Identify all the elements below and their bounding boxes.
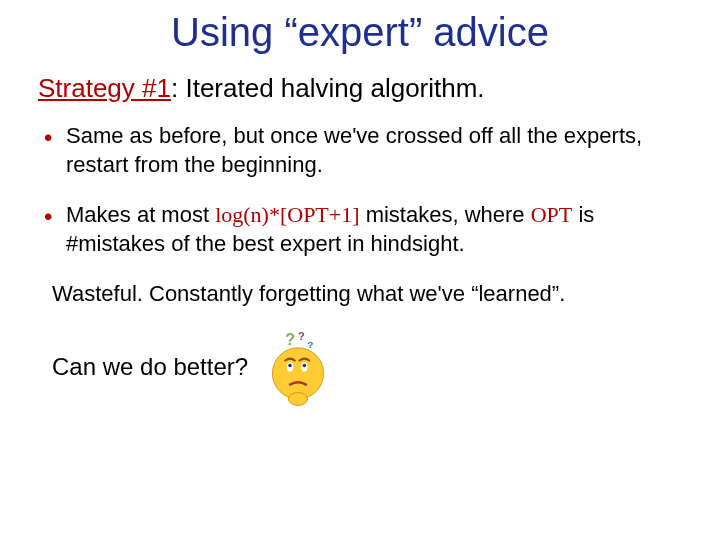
svg-point-4 bbox=[303, 364, 307, 368]
svg-text:?: ? bbox=[298, 330, 305, 342]
svg-text:?: ? bbox=[285, 331, 295, 348]
formula-text: log(n)*[OPT+1] bbox=[215, 202, 359, 227]
question-text: Can we do better? bbox=[52, 353, 248, 381]
bullet-list: Same as before, but once we've crossed o… bbox=[40, 122, 690, 258]
bullet-text-pre: Makes at most bbox=[66, 202, 215, 227]
bullet-item: Same as before, but once we've crossed o… bbox=[40, 122, 690, 179]
svg-point-5 bbox=[289, 393, 308, 406]
strategy-rest: : Iterated halving algorithm. bbox=[171, 73, 485, 103]
bullet-text-mid: mistakes, where bbox=[360, 202, 531, 227]
bullet-item: Makes at most log(n)*[OPT+1] mistakes, w… bbox=[40, 201, 690, 258]
svg-text:?: ? bbox=[308, 339, 314, 350]
strategy-subtitle: Strategy #1: Iterated halving algorithm. bbox=[38, 73, 690, 104]
page-title: Using “expert” advice bbox=[30, 10, 690, 55]
strategy-label: Strategy #1 bbox=[38, 73, 171, 103]
wasteful-text: Wasteful. Constantly forgetting what we'… bbox=[52, 280, 690, 309]
thinking-face-icon: ? ? ? bbox=[258, 327, 338, 407]
svg-point-0 bbox=[273, 348, 324, 399]
bullet-text: Same as before, but once we've crossed o… bbox=[66, 123, 642, 177]
slide: Using “expert” advice Strategy #1: Itera… bbox=[0, 0, 720, 540]
svg-point-3 bbox=[288, 364, 292, 368]
formula-text-opt: OPT bbox=[531, 202, 573, 227]
question-row: Can we do better? ? ? ? bbox=[52, 327, 690, 407]
